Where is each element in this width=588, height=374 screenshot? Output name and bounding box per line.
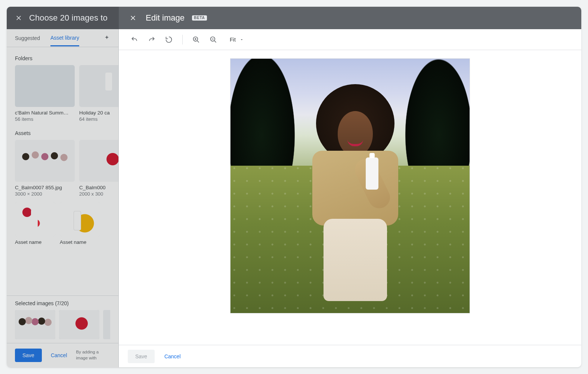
underlay-header: Choose 20 images to (7, 7, 119, 29)
image-editor: Fit (119, 29, 581, 367)
editor-cancel-button[interactable]: Cancel (163, 354, 182, 359)
edit-header: Edit image BETA (119, 7, 581, 29)
side-panel-scrim[interactable] (7, 29, 119, 367)
editor-toolbar: Fit (119, 29, 581, 50)
close-icon (15, 15, 22, 21)
zoom-select[interactable]: Fit (228, 33, 246, 46)
zoom-value: Fit (230, 37, 236, 43)
zoom-out-button[interactable] (207, 33, 220, 46)
editor-save-button: Save (128, 350, 155, 363)
editor-footer: Save Cancel (119, 345, 581, 367)
redo-icon (148, 36, 155, 43)
close-picker-button[interactable] (13, 13, 24, 23)
zoom-in-button[interactable] (189, 33, 203, 46)
undo-icon (131, 36, 138, 43)
editor-canvas-area[interactable] (119, 50, 581, 345)
app-window: Choose 20 images to Edit image BETA Sugg… (7, 7, 581, 367)
chevron-down-icon (239, 37, 244, 42)
canvas-frame (230, 58, 470, 313)
zoom-in-icon (192, 36, 200, 43)
underlay-title: Choose 20 images to (29, 13, 108, 23)
redo-button[interactable] (145, 33, 158, 46)
beta-badge: BETA (192, 15, 207, 21)
reset-button[interactable] (162, 33, 176, 46)
undo-button[interactable] (128, 33, 141, 46)
close-icon (130, 15, 136, 21)
zoom-out-icon (210, 36, 217, 43)
close-editor-button[interactable] (128, 13, 138, 23)
image-canvas[interactable] (230, 59, 470, 313)
toolbar-divider (182, 35, 183, 45)
app-header: Choose 20 images to Edit image BETA (7, 7, 581, 29)
editor-title: Edit image (146, 13, 185, 23)
reset-icon (165, 36, 173, 43)
